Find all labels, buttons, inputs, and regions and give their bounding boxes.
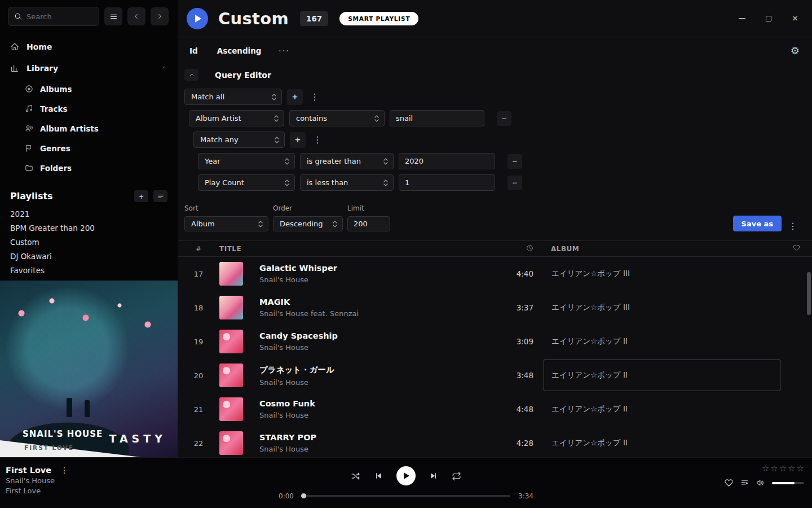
track-row[interactable]: 20 プラネット・ガールSnail's House 3:48 エイリアン☆ポップ… [178, 358, 812, 392]
select-updown-icon [273, 115, 279, 122]
column-title[interactable]: TITLE [219, 245, 493, 253]
rule-value-input[interactable] [390, 110, 484, 126]
playlist-item[interactable]: Favorites [0, 263, 178, 277]
search-box[interactable] [8, 7, 99, 26]
rule-operator-select[interactable]: contains [289, 110, 385, 126]
save-as-button[interactable]: Save as [733, 216, 782, 231]
back-button[interactable] [127, 7, 145, 25]
add-playlist-button[interactable]: + [134, 190, 148, 202]
minimize-button[interactable] [738, 14, 747, 23]
playlist-options-button[interactable] [153, 190, 167, 202]
save-menu-button[interactable]: ⋮ [786, 221, 800, 231]
column-album[interactable]: ALBUM [544, 245, 780, 253]
rule-field-select[interactable]: Play Count [198, 174, 295, 191]
sidebar-item-folders[interactable]: Folders [0, 158, 178, 178]
album-cell[interactable]: エイリアン☆ポップ III [544, 292, 780, 323]
star-icon[interactable]: ☆ [762, 463, 769, 474]
volume-slider[interactable] [772, 482, 804, 484]
remove-rule-button[interactable]: − [508, 176, 522, 190]
rule-field-select[interactable]: Album Artist [189, 110, 284, 126]
sidebar-item-album-artists[interactable]: Album Artists [0, 119, 178, 138]
queue-button[interactable] [740, 479, 749, 487]
remove-rule-button[interactable]: − [497, 111, 511, 126]
sidebar-item-home[interactable]: Home [0, 36, 178, 58]
playlist-item[interactable]: BPM Greater than 200 [0, 221, 178, 235]
chevron-right-icon [156, 12, 164, 20]
previous-button[interactable] [374, 471, 383, 480]
album-cell[interactable]: エイリアン☆ポップ II [544, 326, 780, 357]
now-playing-artwork[interactable]: SNAIL'S HOUSE FIRST LOVE TASTY [0, 281, 178, 457]
shuffle-button[interactable] [351, 471, 360, 481]
next-button[interactable] [429, 471, 438, 480]
volume-fill [772, 482, 795, 484]
playlist-item[interactable]: 2021 [0, 207, 178, 221]
settings-gear-button[interactable]: ⚙ [791, 45, 800, 57]
track-row[interactable]: 17 Galactic WhisperSnail's House 4:40 エイ… [178, 257, 812, 291]
rule-group-menu-button[interactable]: ⋮ [308, 91, 321, 102]
group-match-mode-select[interactable]: Match any [193, 132, 285, 148]
star-icon[interactable]: ☆ [770, 463, 778, 474]
track-row[interactable]: 18 MAGIKSnail's House feat. Sennzai 3:37… [178, 291, 812, 325]
maximize-button[interactable] [764, 14, 773, 23]
sort-select[interactable]: Album [184, 216, 268, 231]
add-rule-button[interactable]: + [287, 89, 303, 105]
track-row[interactable]: 22 STARRY POPSnail's House 4:28 エイリアン☆ポッ… [178, 426, 812, 457]
add-group-rule-button[interactable]: + [290, 132, 306, 148]
player-bar: First Love ⋮ Snail's House First Love [0, 457, 812, 508]
sidebar-item-albums[interactable]: Albums [0, 79, 178, 99]
collapse-library-icon[interactable] [161, 64, 167, 73]
duration-column-icon[interactable] [526, 244, 544, 253]
favorite-column-icon[interactable] [793, 244, 800, 253]
sort-direction-button[interactable]: Ascending [217, 46, 262, 55]
artwork-artist: SNAIL'S HOUSE [23, 429, 103, 439]
minimize-icon [739, 18, 745, 19]
rule-field-select[interactable]: Year [198, 153, 295, 169]
rating-stars: ☆ ☆ ☆ ☆ ☆ [762, 463, 804, 474]
forward-button[interactable] [151, 7, 169, 25]
star-icon[interactable]: ☆ [797, 463, 804, 474]
album-cell[interactable]: エイリアン☆ポップ III [544, 258, 780, 290]
smart-playlist-badge: SMART PLAYLIST [339, 12, 418, 25]
now-playing-menu-button[interactable]: ⋮ [58, 466, 70, 475]
sidebar-item-library[interactable]: Library [0, 58, 178, 79]
star-icon[interactable]: ☆ [779, 463, 787, 474]
track-row[interactable]: 21 Cosmo FunkSnail's House 4:48 エイリアン☆ポッ… [178, 392, 812, 426]
play-pause-button[interactable] [396, 466, 416, 485]
close-button[interactable]: × [791, 14, 800, 23]
rule-operator-select[interactable]: is less than [300, 174, 394, 191]
column-index[interactable]: # [196, 245, 201, 253]
playlist-item[interactable]: Custom [0, 235, 178, 249]
track-row[interactable]: 19 Candy SpaceshipSnail's House 3:09 エイリ… [178, 325, 812, 358]
limit-input[interactable] [347, 216, 390, 231]
volume-button[interactable] [756, 479, 765, 487]
order-select[interactable]: Descending [273, 216, 343, 231]
now-playing-info: First Love ⋮ Snail's House First Love [6, 466, 70, 495]
sidebar-item-tracks[interactable]: Tracks [0, 99, 178, 119]
rule-value-input[interactable] [399, 174, 495, 191]
track-duration: 4:40 [517, 269, 544, 278]
more-options-button[interactable]: ··· [279, 45, 290, 56]
search-input[interactable] [27, 12, 89, 21]
menu-button[interactable] [104, 7, 122, 25]
playlist-item[interactable]: DJ Okawari [0, 249, 178, 263]
rule-value-input[interactable] [399, 153, 495, 169]
sidebar-item-genres[interactable]: Genres [0, 138, 178, 158]
seek-knob[interactable] [301, 493, 306, 498]
favorite-button[interactable] [725, 479, 733, 487]
star-icon[interactable]: ☆ [788, 463, 795, 474]
group-menu-button[interactable]: ⋮ [311, 134, 324, 145]
album-cell[interactable]: エイリアン☆ポップ II [544, 427, 780, 457]
scrollbar-thumb[interactable] [807, 272, 811, 315]
repeat-button[interactable] [452, 471, 461, 481]
remove-rule-button[interactable]: − [508, 154, 522, 169]
album-cell[interactable]: エイリアン☆ポップ II [544, 393, 780, 425]
progress-section: 0:00 3:34 [279, 492, 533, 500]
collapse-query-editor-button[interactable] [184, 69, 198, 81]
play-playlist-button[interactable] [187, 8, 208, 29]
match-mode-select[interactable]: Match all [184, 89, 282, 105]
seek-bar[interactable] [302, 495, 510, 497]
rule-operator-select[interactable]: is greater than [300, 153, 394, 169]
sort-field-button[interactable]: Id [189, 46, 198, 55]
library-icon [10, 64, 19, 73]
album-cell-focused[interactable]: エイリアン☆ポップ II [544, 360, 780, 391]
